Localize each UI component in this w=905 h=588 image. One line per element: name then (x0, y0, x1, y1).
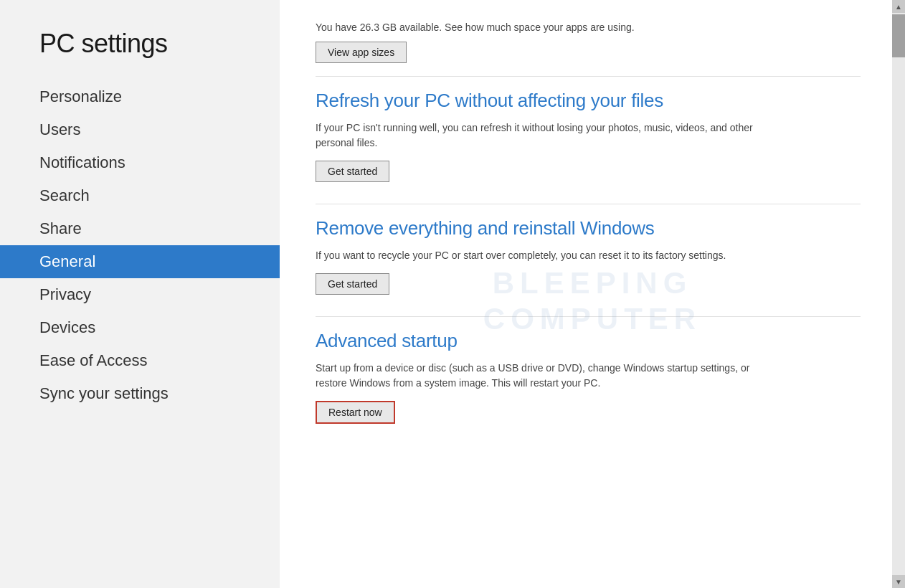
remove-get-started-button[interactable]: Get started (316, 273, 389, 295)
sidebar-item-devices[interactable]: Devices (39, 311, 280, 344)
sidebar-item-general[interactable]: General (0, 245, 280, 278)
view-app-sizes-button[interactable]: View app sizes (316, 42, 407, 63)
sidebar-item-users[interactable]: Users (39, 113, 280, 146)
remove-section: Remove everything and reinstall Windows … (316, 217, 862, 295)
advanced-section: Advanced startup Start up from a device … (316, 330, 862, 424)
scrollbar-up-arrow[interactable]: ▲ (892, 0, 905, 13)
sidebar-item-privacy[interactable]: Privacy (39, 278, 280, 311)
refresh-section: Refresh your PC without affecting your f… (316, 90, 862, 182)
remove-title: Remove everything and reinstall Windows (316, 217, 862, 240)
sidebar: PC settings PersonalizeUsersNotification… (0, 0, 280, 588)
divider-1 (316, 76, 861, 77)
main-content: You have 26.3 GB available. See how much… (280, 0, 905, 588)
scrollbar-thumb[interactable] (892, 14, 905, 57)
sidebar-item-share[interactable]: Share (39, 212, 280, 245)
sidebar-item-personalize[interactable]: Personalize (39, 80, 280, 113)
sidebar-item-ease-of-access[interactable]: Ease of Access (39, 344, 280, 377)
sidebar-item-sync-your-settings[interactable]: Sync your settings (39, 377, 280, 410)
storage-info: You have 26.3 GB available. See how much… (316, 22, 862, 33)
content-scroll: You have 26.3 GB available. See how much… (316, 0, 862, 588)
scrollbar-down-arrow[interactable]: ▼ (892, 575, 905, 588)
divider-3 (316, 316, 861, 317)
refresh-title: Refresh your PC without affecting your f… (316, 90, 862, 112)
refresh-get-started-button[interactable]: Get started (316, 161, 389, 182)
advanced-title: Advanced startup (316, 330, 862, 352)
divider-2 (316, 204, 861, 204)
sidebar-item-notifications[interactable]: Notifications (39, 146, 280, 179)
sidebar-nav: PersonalizeUsersNotificationsSearchShare… (39, 80, 280, 410)
advanced-desc: Start up from a device or disc (such as … (316, 361, 774, 391)
scrollbar-track: ▲ ▼ (892, 0, 905, 588)
remove-desc: If you want to recycle your PC or start … (316, 248, 774, 263)
sidebar-item-search[interactable]: Search (39, 179, 280, 212)
sidebar-title: PC settings (39, 29, 280, 59)
refresh-desc: If your PC isn't running well, you can r… (316, 120, 774, 151)
restart-now-button[interactable]: Restart now (316, 401, 395, 424)
